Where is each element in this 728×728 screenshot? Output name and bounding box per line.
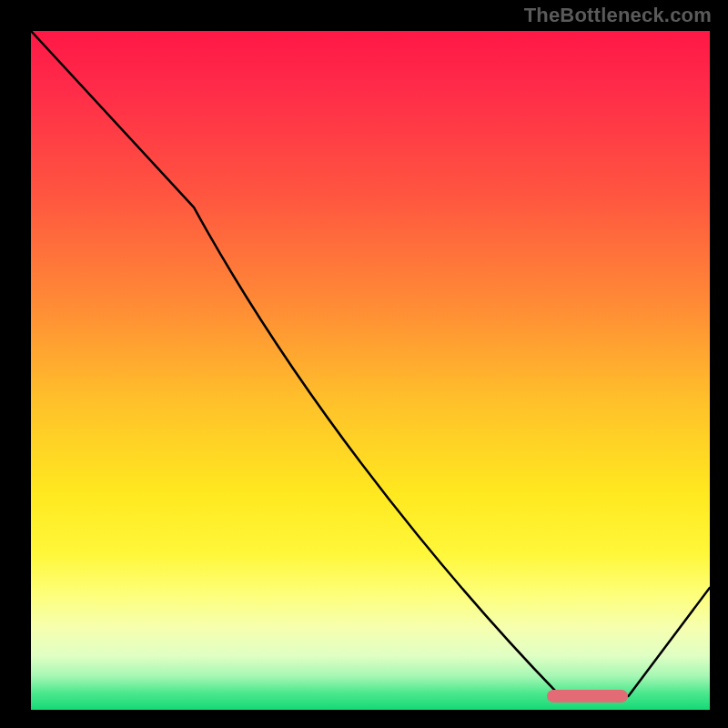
plot-area: [31, 31, 710, 710]
attribution-label: TheBottleneck.com: [524, 4, 712, 27]
bottleneck-curve: [31, 31, 710, 710]
optimal-range-marker: [547, 690, 629, 703]
chart-frame: TheBottleneck.com: [0, 0, 728, 728]
